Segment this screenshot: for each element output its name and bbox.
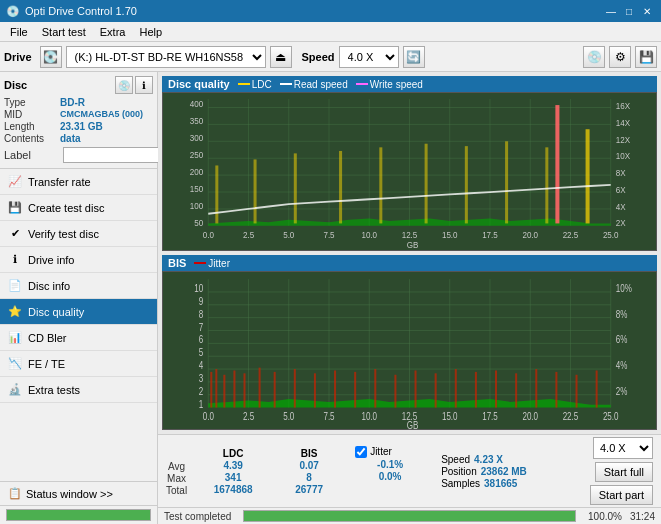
svg-text:15.0: 15.0 [442,229,458,240]
speed-select[interactable]: 4.0 X 8.0 X 12.0 X [339,46,399,68]
svg-rect-98 [495,370,497,407]
maximize-button[interactable]: □ [621,3,637,19]
app-title: Opti Drive Control 1.70 [25,5,137,17]
svg-text:4X: 4X [616,201,626,212]
nav-cd-bler[interactable]: 📊 CD Bler [0,325,157,351]
title-bar: 💿 Opti Drive Control 1.70 — □ ✕ [0,0,661,22]
settings-button[interactable]: ⚙ [609,46,631,68]
svg-text:100: 100 [190,200,203,211]
length-label: Length [4,121,60,132]
start-part-button[interactable]: Start part [590,485,653,505]
menu-extra[interactable]: Extra [94,24,132,40]
drive-select[interactable]: (K:) HL-DT-ST BD-RE WH16NS58 TST4 [66,46,266,68]
svg-rect-88 [294,369,296,408]
nav-extra-tests-label: Extra tests [28,384,80,396]
nav-fe-te[interactable]: 📉 FE / TE [0,351,157,377]
nav-disc-info-label: Disc info [28,280,70,292]
quality-chart: 50 100 150 200 250 300 350 400 2X 4X 6X … [162,92,657,251]
nav-transfer-rate-label: Transfer rate [28,176,91,188]
menu-start-test[interactable]: Start test [36,24,92,40]
speed-value-stat: 4.23 X [474,454,503,465]
svg-rect-91 [354,372,356,408]
status-progress-bar [243,510,576,522]
nav-cd-bler-label: CD Bler [28,332,67,344]
svg-text:17.5: 17.5 [482,410,498,423]
disc-eject-button[interactable]: 💿 [115,76,133,94]
row-labels: Avg Max Total [166,446,187,496]
svg-text:7: 7 [199,320,203,333]
disc-button[interactable]: 💿 [583,46,605,68]
jitter-header: Jitter [370,446,392,457]
nav-disc-info[interactable]: 📄 Disc info [0,273,157,299]
start-full-button[interactable]: Start full [595,462,653,482]
svg-text:16X: 16X [616,100,630,111]
disc-info-icon: 📄 [8,279,22,293]
label-row: Label 🔍 [4,146,153,164]
bis-header: BIS [279,448,339,459]
nav-drive-info[interactable]: ℹ Drive info [0,247,157,273]
svg-rect-92 [374,369,376,408]
svg-rect-83 [223,375,225,408]
refresh-button[interactable]: 🔄 [403,46,425,68]
disc-quality-icon: ⭐ [8,305,22,319]
ldc-stats: LDC 4.39 341 1674868 [203,448,263,495]
bis-chart-svg: 1 2 3 4 5 6 7 8 9 10 2% 4% 6% 8 [163,272,656,429]
svg-rect-95 [435,373,437,407]
svg-text:8X: 8X [616,168,626,179]
read-speed-legend: Read speed [280,79,348,90]
disc-panel: Disc 💿 ℹ Type BD-R MID CMCMAGBA5 (000) L… [0,72,157,169]
title-bar-left: 💿 Opti Drive Control 1.70 [6,5,137,18]
samples-label: Samples [441,478,480,489]
svg-text:5.0: 5.0 [283,410,295,423]
svg-text:6%: 6% [616,333,628,346]
mid-value: CMCMAGBA5 (000) [60,109,143,120]
svg-text:15.0: 15.0 [442,410,458,423]
progress-row [0,506,157,524]
minimize-button[interactable]: — [603,3,619,19]
nav-disc-quality[interactable]: ⭐ Disc quality [0,299,157,325]
nav-transfer-rate[interactable]: 📈 Transfer rate [0,169,157,195]
svg-rect-84 [233,370,235,407]
svg-rect-21 [254,159,257,223]
status-window-icon: 📋 [8,487,22,500]
svg-rect-87 [274,372,276,408]
svg-rect-94 [415,370,417,407]
bis-chart: 1 2 3 4 5 6 7 8 9 10 2% 4% 6% 8 [162,271,657,430]
svg-text:250: 250 [190,150,203,161]
svg-rect-102 [576,375,578,408]
svg-text:5: 5 [199,346,204,359]
fe-te-icon: 📉 [8,357,22,371]
quality-chart-section: Disc quality LDC Read speed Write speed [162,76,657,251]
svg-text:20.0: 20.0 [522,410,538,423]
svg-text:4: 4 [199,359,204,372]
disc-mid-row: MID CMCMAGBA5 (000) [4,109,153,120]
menu-help[interactable]: Help [133,24,168,40]
nav-extra-tests[interactable]: 🔬 Extra tests [0,377,157,403]
save-button[interactable]: 💾 [635,46,657,68]
menu-file[interactable]: File [4,24,34,40]
eject-button[interactable]: ⏏ [270,46,292,68]
contents-value: data [60,133,81,144]
svg-text:150: 150 [190,183,203,194]
svg-rect-103 [596,370,598,407]
write-speed-legend-label: Write speed [370,79,423,90]
nav-verify-test-disc[interactable]: ✔ Verify test disc [0,221,157,247]
drive-icon-button[interactable]: 💽 [40,46,62,68]
status-window-button[interactable]: 📋 Status window >> [0,482,157,506]
position-row: Position 23862 MB [441,466,541,477]
svg-rect-97 [475,372,477,408]
close-button[interactable]: ✕ [639,3,655,19]
svg-text:7.5: 7.5 [323,229,334,240]
svg-text:0.0: 0.0 [203,229,214,240]
disc-info-button[interactable]: ℹ [135,76,153,94]
ldc-legend: LDC [238,79,272,90]
nav-create-test-disc[interactable]: 💾 Create test disc [0,195,157,221]
svg-text:350: 350 [190,116,203,127]
svg-text:0.0: 0.0 [203,410,215,423]
jitter-checkbox[interactable] [355,446,367,458]
test-speed-select[interactable]: 4.0 X 8.0 X [593,437,653,459]
type-value: BD-R [60,97,85,108]
svg-rect-90 [334,370,336,407]
jitter-legend: Jitter [194,258,230,269]
create-test-disc-icon: 💾 [8,201,22,215]
